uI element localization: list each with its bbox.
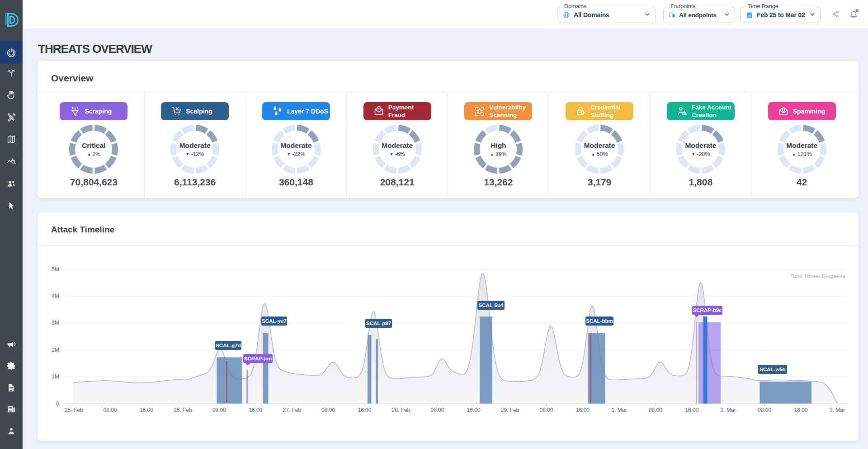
svg-text:1M: 1M <box>52 373 59 380</box>
svg-text:08:00: 08:00 <box>321 407 335 413</box>
svg-text:16:00: 16:00 <box>467 407 481 413</box>
svg-text:16:00: 16:00 <box>140 407 153 413</box>
svg-text:16:00: 16:00 <box>249 407 262 413</box>
svg-text:25. Feb: 25. Feb <box>65 407 83 413</box>
svg-text:16:00: 16:00 <box>794 407 808 413</box>
svg-text:08:00: 08:00 <box>103 407 117 413</box>
svg-text:08:00: 08:00 <box>758 407 771 413</box>
svg-text:08:00: 08:00 <box>212 407 226 413</box>
svg-text:28. Feb: 28. Feb <box>392 407 410 413</box>
svg-text:16:00: 16:00 <box>685 407 698 413</box>
svg-text:5M: 5M <box>52 266 59 273</box>
svg-text:0: 0 <box>56 401 59 407</box>
svg-text:4M: 4M <box>52 293 59 299</box>
svg-text:16:00: 16:00 <box>576 407 590 413</box>
svg-text:Total Threat Requests: Total Threat Requests <box>790 273 845 279</box>
svg-text:08:00: 08:00 <box>430 407 444 413</box>
svg-text:2. Mar: 2. Mar <box>721 407 736 413</box>
svg-text:16:00: 16:00 <box>358 407 371 413</box>
svg-text:3. Mar: 3. Mar <box>830 407 845 413</box>
svg-text:1. Mar: 1. Mar <box>611 407 627 413</box>
svg-text:08:00: 08:00 <box>649 407 662 413</box>
svg-text:27. Feb: 27. Feb <box>283 407 301 413</box>
svg-text:26. Feb: 26. Feb <box>174 407 192 413</box>
svg-text:3M: 3M <box>52 320 59 326</box>
svg-text:29. Feb: 29. Feb <box>501 407 519 413</box>
svg-text:08:00: 08:00 <box>540 407 553 413</box>
svg-text:2M: 2M <box>52 347 59 353</box>
